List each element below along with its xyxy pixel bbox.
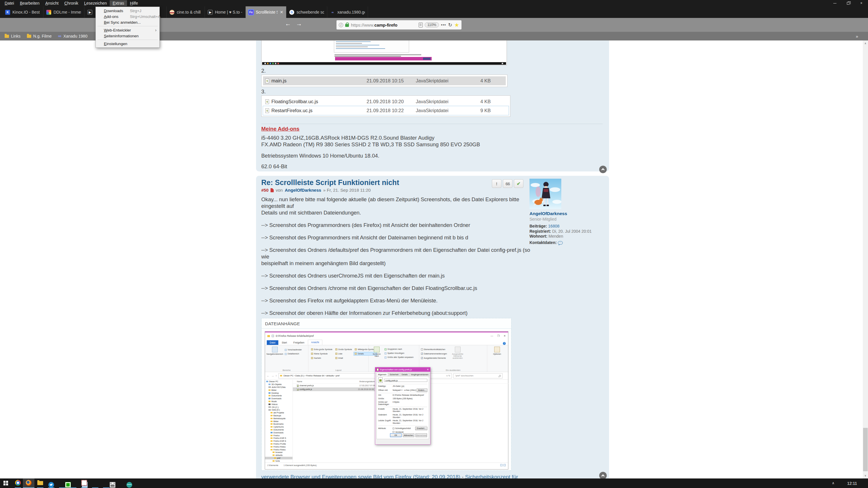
profile-username-link[interactable]: AngelOfDarkness [529,211,606,216]
dialog-tab-details[interactable]: Details [400,372,409,376]
attachment-explorer-screenshot[interactable]: D:\Firefox Release 64\defaults\pref —❐✕ … [265,331,508,469]
options-button[interactable]: Optionen [489,347,505,355]
ribbon-tab-start[interactable]: Start [279,340,290,345]
report-post-button[interactable]: ! [492,179,501,188]
menu-item-pageinfo[interactable]: Seiteninformationen [96,33,159,39]
dialog-filename-input[interactable]: config-prefs.js [384,379,427,382]
size-columns-button[interactable]: Größe aller Spalten anpassen [384,356,413,359]
menu-item-webdev[interactable]: Web-Entwickler › [96,27,159,33]
tree-item-pref-selected[interactable]: pref [265,457,292,460]
photos-taskbar-icon[interactable] [110,482,116,488]
scroll-to-top-button[interactable] [599,472,607,479]
forward-icon[interactable]: → [296,20,302,27]
view-toggle-icons[interactable] [500,464,506,466]
explorer-nav-tree[interactable]: Dieser PC 3D-Objekte AVM FRITZ!Me Bilder… [265,380,293,462]
back-icon[interactable]: ← [285,20,291,27]
explorer-help-icon[interactable]: ? [503,342,506,345]
firefox-taskbar-active[interactable] [23,479,34,488]
avatar[interactable] [529,178,561,209]
file-listing-image-scripts[interactable]: SFloatingScrollbar.uc.js 21.09.2018 10:2… [261,95,510,117]
menu-item-addons[interactable]: Add-ons Strg+Umschalt+A [96,13,159,20]
bookmark-star-icon[interactable]: ★ [454,22,459,28]
menu-item-settings[interactable]: Einstellungen [96,41,159,46]
scrollbar-thumb[interactable] [863,428,868,471]
scroll-to-top-button[interactable] [599,166,607,173]
menu-bearbeiten[interactable]: Bearbeiten [17,0,42,6]
file-listing-image-mainjs[interactable]: Smain.js 21.09.2018 10:15 JavaSkriptdate… [261,74,507,87]
tab-cineto[interactable]: cine.to & chill [167,6,205,18]
libreoffice-taskbar-icon[interactable] [65,482,71,488]
menu-hilfe[interactable]: Hilfe [127,0,141,6]
layout-option[interactable]: Extra große Symbole [310,348,333,351]
nav-pane-button[interactable]: Navigationsbereich [267,347,283,355]
page-actions-icon[interactable]: ••• [441,23,446,27]
accept-post-button[interactable]: ✔ [514,179,523,188]
tray-chevron-icon[interactable]: ∧ [832,481,834,485]
menu-extras[interactable]: Extras [110,0,127,6]
bookmark-links-folder[interactable]: Links [5,34,21,38]
author-link[interactable]: AngelOfDarkness [285,187,321,193]
scrollbar-down-icon[interactable]: ∨ [863,473,868,478]
ribbon-tab-datei[interactable]: Datei [267,340,278,345]
zoom-level-badge[interactable]: 110% [425,22,439,28]
layout-option[interactable]: Liste [335,352,353,355]
checkbox-file-extensions[interactable]: ✓Dateinamenerweiterungen [421,352,447,355]
dialog-title-bar[interactable]: Eigenschaften von config-prefs.js ✕ [375,367,430,372]
tab-xanadu[interactable]: ∞ xanadu.1980.ge [327,6,368,18]
secure-lock-icon[interactable] [345,24,349,27]
tab-ddlme[interactable]: DDLme - Immer [43,6,85,18]
checkbox-hidden-items[interactable]: ✓Ausgeblendete Elemente [421,356,447,360]
tab-scrollleiste-active[interactable]: Fx Scrollleiste S ✕ [246,6,286,18]
chrome-taskbar-icon[interactable] [15,480,21,486]
tab-schwebende[interactable]: G schwebende scr [286,6,327,18]
url-bar[interactable]: i https://www.camp-firefo 110% ••• ↻ ★ [337,20,462,30]
attachment-image-screenshot[interactable] [261,40,507,65]
explorer-up-icon[interactable]: ↑ [275,374,277,377]
hidden-checkbox[interactable] [393,431,394,433]
post-red-file-icon[interactable] [271,188,274,192]
refresh-icon[interactable]: ∨ ↻ [446,375,450,377]
menu-datei[interactable]: Datei [2,0,17,6]
page-info-icon[interactable]: i [339,23,343,27]
explorer-search-input[interactable]: "pref" durchsuchen [454,373,503,379]
menu-item-downloads[interactable]: Downloads Strg+J [96,8,159,13]
layout-option[interactable]: Große Symbole [335,348,353,351]
checkbox-item-checkboxes[interactable]: Elementkontrollkästchen [421,348,447,351]
group-by-button[interactable]: Gruppieren nach [384,348,413,351]
dialog-tab-versionen[interactable]: Vorgängerversionen [409,372,430,376]
reader-mode-icon[interactable] [418,23,423,28]
taskbar-clock[interactable]: 12:11 [847,481,857,486]
menu-chronik[interactable]: Chronik [61,0,81,6]
sort-by-button[interactable]: Sortieren nach [370,347,383,359]
menu-ansicht[interactable]: Ansicht [42,0,61,6]
cancel-button[interactable]: Abbrechen [403,433,414,437]
explorer-taskbar-icon[interactable] [37,480,43,486]
thunderbird-taskbar-icon[interactable] [48,482,54,488]
ribbon-tab-freigeben[interactable]: Freigeben [290,340,307,345]
signature-addons-link[interactable]: Meine Add-ons [261,126,300,132]
close-button[interactable]: × [855,0,868,6]
dialog-tab-sicherheit[interactable]: Sicherheit [388,372,400,376]
menu-lesezeichen[interactable]: Lesezeichen [81,0,110,6]
layout-option[interactable]: Kacheln [310,356,333,360]
layout-option[interactable]: Inhalt [335,356,353,360]
ribbon-tab-ansicht[interactable]: Ansicht [308,340,322,345]
stamp-app-taskbar-icon[interactable] [81,480,87,486]
bookmark-ng-filme-folder[interactable]: N.g. Filme [27,34,52,38]
page-scrollbar[interactable]: ∧ ∨ [863,40,868,479]
apply-button[interactable]: Übernehmen [415,433,427,437]
posts-count-link[interactable]: 16808 [548,224,560,228]
signature-link-browser[interactable]: verwendete Browser und Erweiterungen sow… [261,474,460,479]
message-bubble-icon[interactable]: ··· [558,241,563,245]
restore-button[interactable] [841,0,855,6]
dialog-close-icon[interactable]: ✕ [427,368,429,371]
explorer-forward-icon[interactable]: → [271,374,274,377]
dialog-tab-allgemein[interactable]: Allgemein [376,372,388,376]
details-pane-button[interactable]: Detailbereich [285,352,302,355]
start-button-icon[interactable] [3,481,8,485]
change-app-button[interactable]: Ändern... [416,389,427,392]
bookmark-xanadu[interactable]: ∞ Xanadu 1980 [58,34,87,39]
readonly-checkbox[interactable] [393,428,394,429]
explorer-back-icon[interactable]: ← [267,374,270,377]
preview-pane-button[interactable]: Vorschaufenster [285,348,302,351]
